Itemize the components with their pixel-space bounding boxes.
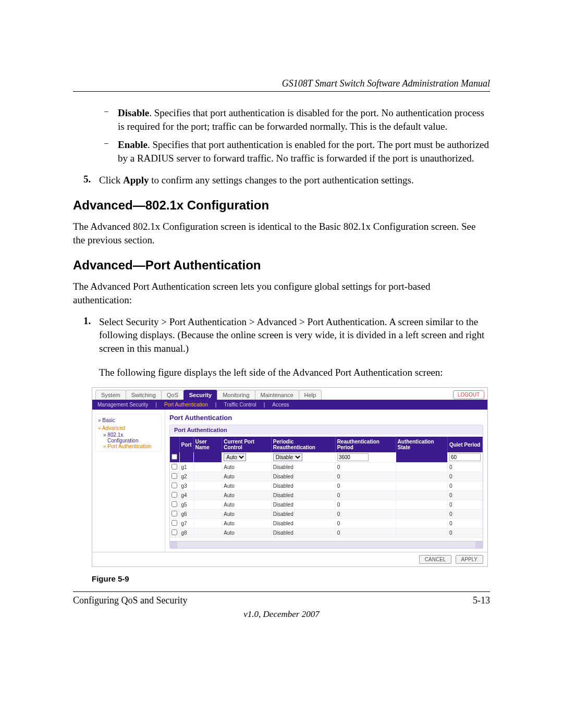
row-checkbox[interactable] (172, 511, 177, 516)
quiet-input[interactable] (449, 453, 481, 461)
table-row: g4AutoDisabled00 (170, 491, 483, 500)
tab-help[interactable]: Help (299, 390, 322, 400)
row-checkbox[interactable] (172, 464, 177, 470)
sub-nav: Management Security | Port Authenticatio… (92, 400, 487, 410)
tab-switching[interactable]: Switching (126, 390, 162, 400)
cell-reauth: 0 (335, 472, 396, 482)
cell-port: g7 (179, 519, 193, 528)
horizontal-scrollbar[interactable] (170, 541, 483, 548)
tab-security[interactable]: Security (183, 390, 217, 400)
cell-reauth: 0 (335, 463, 396, 472)
periodic-select[interactable]: Disable (273, 453, 302, 461)
sidebar-8021x-label: 802.1x (107, 432, 123, 438)
port-control-select[interactable]: Auto (224, 453, 246, 461)
cell-port-control: Auto (222, 472, 272, 482)
cell-periodic: Disabled (271, 463, 335, 472)
table-row: g3AutoDisabled00 (170, 482, 483, 491)
dash: – (104, 106, 118, 133)
cell-username (193, 491, 222, 500)
tab-maintenance[interactable]: Maintenance (255, 390, 299, 400)
cell-periodic: Disabled (271, 472, 335, 482)
subnav-sep: | (155, 402, 157, 408)
cell-periodic: Disabled (271, 500, 335, 510)
subnav-sep: | (264, 402, 265, 408)
sidebar-advanced[interactable]: » Advanced (98, 424, 159, 432)
sidebar-port-auth[interactable]: » Port Authentication (98, 443, 159, 449)
subnav-access[interactable]: Access (272, 402, 289, 408)
cell-reauth: 0 (335, 519, 396, 528)
footer-right: 5-13 (473, 595, 490, 606)
cell-auth-state (396, 528, 447, 538)
cell-port: g6 (179, 510, 193, 519)
cell-port-control: Auto (222, 482, 272, 491)
bullet-text: . Specifies that port authentication is … (118, 139, 489, 164)
cell-periodic: Disabled (271, 519, 335, 528)
cell-quiet: 0 (447, 519, 482, 528)
row-checkbox[interactable] (172, 520, 177, 526)
step-number-1: 1. (83, 315, 99, 355)
step-number-5: 5. (83, 174, 99, 187)
row-checkbox[interactable] (172, 473, 177, 479)
cell-username (193, 519, 222, 528)
sidebar: » Basic » Advanced » 802.1x Configuratio… (92, 410, 165, 552)
row-checkbox[interactable] (172, 501, 177, 507)
cell-quiet: 0 (447, 491, 482, 500)
cell-reauth: 0 (335, 500, 396, 510)
table-row: g7AutoDisabled00 (170, 519, 483, 528)
sidebar-basic[interactable]: » Basic (98, 416, 159, 424)
port-auth-table: Port User Name Current Port Control Peri… (170, 437, 483, 538)
subnav-sep: | (215, 402, 217, 408)
table-row: g5AutoDisabled00 (170, 500, 483, 510)
cell-quiet: 0 (447, 482, 482, 491)
col-quiet-period: Quiet Period (447, 437, 482, 452)
para-8021x: The Advanced 802.1x Configuration screen… (73, 220, 490, 246)
bullet-lead: Disable (118, 107, 149, 118)
cell-quiet: 0 (447, 510, 482, 519)
col-check (170, 437, 179, 452)
cell-username (193, 528, 222, 538)
cell-username (193, 463, 222, 472)
table-row: g6AutoDisabled00 (170, 510, 483, 519)
step5-bold: Apply (123, 175, 149, 186)
bullet-disable: Disable. Specifies that port authenticat… (118, 106, 490, 133)
apply-button[interactable]: APPLY (456, 555, 484, 564)
logout-button[interactable]: LOGOUT (453, 390, 484, 399)
cell-auth-state (396, 472, 447, 482)
col-auth-state: Authentication State (396, 437, 447, 452)
cell-port-control: Auto (222, 528, 272, 538)
subnav-traffic[interactable]: Traffic Control (224, 402, 256, 408)
sidebar-8021x[interactable]: » 802.1x (98, 432, 159, 438)
cell-periodic: Disabled (271, 510, 335, 519)
bullet-enable: Enable. Specifies that port authenticati… (118, 138, 490, 165)
heading-8021x: Advanced—802.1x Configuration (73, 198, 490, 213)
cell-reauth: 0 (335, 510, 396, 519)
cell-port: g3 (179, 482, 193, 491)
row-checkbox[interactable] (172, 492, 177, 498)
tab-system[interactable]: System (95, 390, 126, 400)
tab-monitoring[interactable]: Monitoring (217, 390, 255, 400)
cell-reauth: 0 (335, 528, 396, 538)
figure-caption: Figure 5-9 (92, 574, 490, 583)
cell-quiet: 0 (447, 500, 482, 510)
subnav-mgmt-sec[interactable]: Management Security (97, 402, 148, 408)
cancel-button[interactable]: CANCEL (419, 555, 452, 564)
page-title: Port Authentication (169, 414, 483, 422)
row-checkbox[interactable] (172, 483, 177, 488)
col-reauth-period: Reauthentication Period (335, 437, 396, 452)
para-port-auth: The Advanced Port Authentication screen … (73, 280, 490, 306)
tab-qos[interactable]: QoS (161, 390, 184, 400)
reauth-input[interactable] (337, 453, 369, 461)
select-all-checkbox[interactable] (172, 454, 177, 460)
subnav-port-auth[interactable]: Port Authentication (164, 402, 208, 408)
port-auth-panel: Port Authentication Port User Name Curre… (169, 425, 483, 549)
cell-auth-state (396, 510, 447, 519)
sidebar-config[interactable]: Configuration (98, 438, 159, 443)
step-5-text: Click Apply to confirm any settings chan… (99, 174, 414, 187)
row-checkbox[interactable] (172, 529, 177, 535)
cell-username (193, 482, 222, 491)
sidebar-port-auth-label: Port Authentication (107, 443, 151, 449)
cell-port: g8 (179, 528, 193, 538)
dash: – (104, 138, 118, 165)
cell-auth-state (396, 491, 447, 500)
col-username: User Name (193, 437, 222, 452)
